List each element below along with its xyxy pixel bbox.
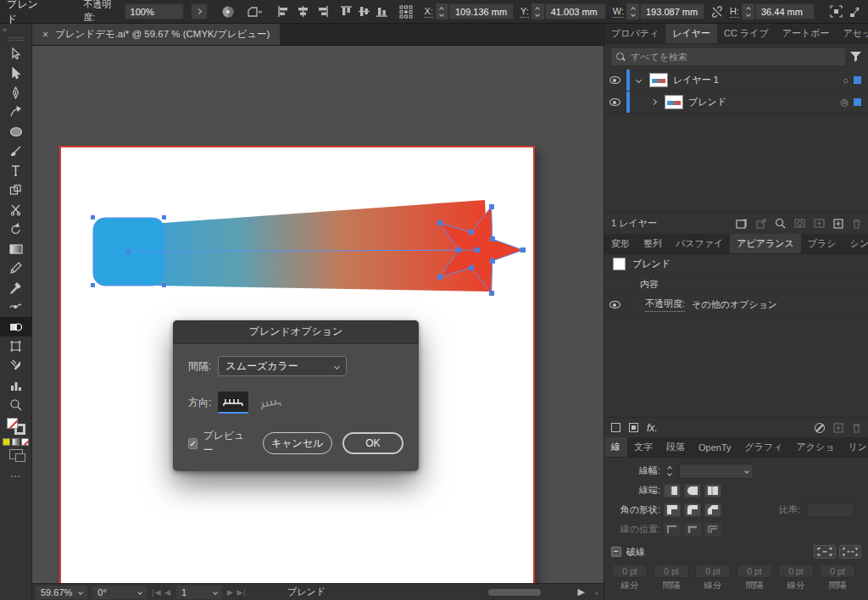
visibility-eye-icon[interactable] xyxy=(604,92,626,113)
appearance-row-blend[interactable]: ブレンド xyxy=(604,254,868,275)
layer-row-2[interactable]: ブレンド ◎ xyxy=(604,92,868,114)
align-top-icon[interactable] xyxy=(341,5,352,18)
status-flyout-icon[interactable]: ▶ xyxy=(578,586,585,597)
tab-align[interactable]: 整列 xyxy=(637,234,669,253)
scroll-right-icon[interactable]: ‹ xyxy=(595,587,598,597)
toolbar-more-button[interactable]: … xyxy=(10,468,21,480)
align-to-page-button[interactable] xyxy=(218,392,248,414)
scissors-tool[interactable] xyxy=(0,200,32,219)
clear-appearance-icon[interactable] xyxy=(815,423,825,433)
recolor-artwork-icon[interactable] xyxy=(221,5,235,19)
x-stepper[interactable] xyxy=(436,3,449,19)
paintbrush-tool[interactable] xyxy=(0,142,32,161)
tab-character[interactable]: 文字 xyxy=(627,437,659,457)
tab-artboards[interactable]: アートボー xyxy=(776,24,837,43)
direct-selection-tool[interactable] xyxy=(0,64,32,83)
x-input[interactable]: 109.136 mm xyxy=(449,3,514,19)
color-button[interactable] xyxy=(3,438,10,446)
appearance-row-opacity[interactable]: 不透明度: その他のオプション xyxy=(604,295,868,315)
h-label[interactable]: H: xyxy=(730,6,739,18)
cancel-button[interactable]: キャンセル xyxy=(263,432,332,454)
pasteboard[interactable]: ブレンドオプション 間隔: スムーズカラー 方向: xyxy=(32,46,604,583)
slice-tool[interactable] xyxy=(0,356,32,375)
column-graph-tool[interactable] xyxy=(0,375,32,395)
gradient-tool[interactable] xyxy=(0,239,32,258)
w-label[interactable]: W: xyxy=(613,6,624,18)
tab-properties[interactable]: プロパティ xyxy=(604,24,665,43)
round-cap-button[interactable] xyxy=(684,484,701,497)
butt-cap-button[interactable] xyxy=(664,484,681,497)
dash-input[interactable]: 0 pt xyxy=(695,564,731,578)
gap-input[interactable]: 0 pt xyxy=(820,564,855,578)
ellipse-tool[interactable] xyxy=(0,122,32,142)
align-to-path-button[interactable] xyxy=(255,392,286,414)
distribute-icon[interactable] xyxy=(399,5,413,19)
tab-assets[interactable]: アセットの xyxy=(837,24,868,43)
target-circle-icon[interactable]: ○ xyxy=(843,75,849,86)
delete-layer-icon[interactable] xyxy=(852,219,861,229)
spacing-select[interactable]: スムーズカラー xyxy=(218,356,347,376)
tab-opentype[interactable]: OpenTy xyxy=(692,437,738,457)
duplicate-item-icon[interactable] xyxy=(833,423,843,433)
zoom-tool[interactable] xyxy=(0,395,32,414)
shaper-tool[interactable] xyxy=(0,258,32,278)
w-stepper[interactable] xyxy=(626,3,640,19)
rotation-select[interactable]: 0° xyxy=(92,586,147,599)
align-dash-button[interactable] xyxy=(839,545,861,558)
curvature-tool[interactable] xyxy=(0,103,32,122)
zoom-level-select[interactable]: 59.67% xyxy=(36,586,87,599)
appearance-row-contents[interactable]: 内容 xyxy=(604,275,868,295)
dashed-line-checkbox[interactable]: − xyxy=(611,547,621,557)
first-artboard-icon[interactable]: |◀ ◀ xyxy=(152,588,171,597)
tab-pathfinder[interactable]: パスファイ xyxy=(669,234,730,253)
layer-thumbnail[interactable] xyxy=(649,73,668,87)
selection-tool[interactable] xyxy=(0,44,32,64)
h-stepper[interactable] xyxy=(742,3,755,19)
add-stroke-icon[interactable] xyxy=(611,423,620,432)
opacity-link[interactable]: 不透明度: xyxy=(645,297,685,312)
stroke-weight-stepper[interactable] xyxy=(664,467,676,475)
shear-icon[interactable] xyxy=(849,6,861,18)
preserve-dash-button[interactable] xyxy=(814,545,836,558)
document-tab[interactable]: × ブレンドデモ.ai* @ 59.67 % (CMYK/プレビュー) xyxy=(32,24,280,45)
bevel-join-button[interactable] xyxy=(704,503,721,517)
filter-icon[interactable] xyxy=(850,52,861,62)
align-stroke-center-button[interactable] xyxy=(664,523,681,536)
close-tab-icon[interactable]: × xyxy=(42,29,48,41)
layers-search-input[interactable]: すべてを検索 xyxy=(611,48,845,65)
y-label[interactable]: Y: xyxy=(520,6,529,18)
y-stepper[interactable] xyxy=(531,3,545,19)
layer-name[interactable]: ブレンド xyxy=(688,96,726,108)
tab-links[interactable]: リンク xyxy=(842,437,868,457)
none-button[interactable] xyxy=(21,438,29,446)
h-scrollbar-thumb[interactable] xyxy=(488,589,541,596)
pen-tool[interactable] xyxy=(0,83,32,103)
stroke-weight-select[interactable] xyxy=(679,464,754,479)
add-effect-icon[interactable]: fx. xyxy=(647,422,658,434)
toolbar-collapse-button[interactable]: » xyxy=(0,24,31,36)
blend-tool[interactable] xyxy=(0,317,32,336)
expand-chevron-icon[interactable] xyxy=(651,99,657,105)
transform-icon[interactable] xyxy=(830,5,843,18)
visibility-eye-icon[interactable] xyxy=(604,295,626,314)
locate-object-icon[interactable] xyxy=(775,218,786,229)
gradient-button[interactable] xyxy=(12,438,19,446)
preview-checkbox[interactable]: ✓ xyxy=(188,438,198,449)
opacity-flyout-button[interactable] xyxy=(191,3,208,19)
align-center-h-icon[interactable] xyxy=(297,6,309,17)
preview-label[interactable]: プレビュー xyxy=(203,429,247,458)
align-left-icon[interactable] xyxy=(277,6,290,17)
release-item-icon[interactable] xyxy=(756,219,766,229)
tab-paragraph[interactable]: 段落 xyxy=(659,437,692,457)
opacity-input[interactable]: 100% xyxy=(125,3,184,19)
add-fill-icon[interactable] xyxy=(629,423,638,432)
toolbar-grip[interactable] xyxy=(8,37,24,41)
constrain-proportions-icon[interactable] xyxy=(711,6,723,18)
corner-options-icon[interactable] xyxy=(247,6,262,18)
expand-chevron-icon[interactable] xyxy=(636,77,642,83)
opacity-label[interactable]: 不透明度: xyxy=(83,0,117,25)
new-sublayer-icon[interactable] xyxy=(814,219,825,228)
projecting-cap-button[interactable] xyxy=(704,484,721,497)
fill-none-swatch[interactable] xyxy=(7,418,18,429)
new-layer-icon[interactable] xyxy=(833,219,843,229)
